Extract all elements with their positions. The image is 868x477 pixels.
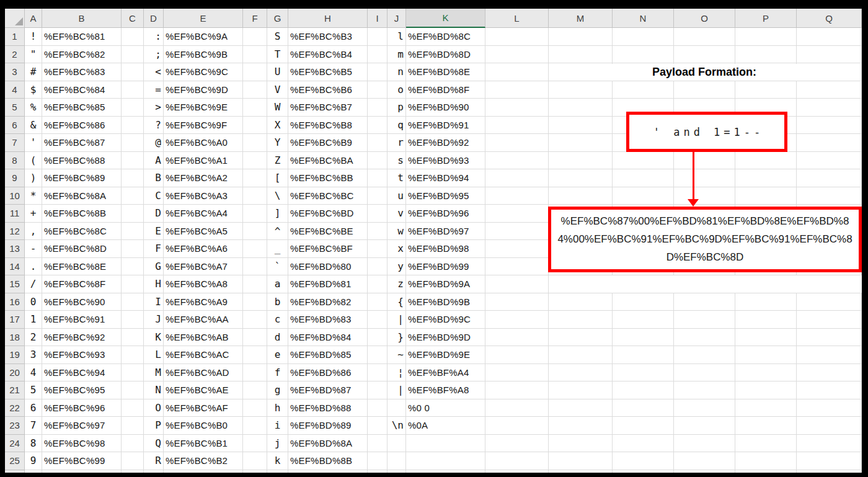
cell-n1[interactable] xyxy=(613,28,674,46)
cell-m16[interactable] xyxy=(549,293,613,311)
cell-a7[interactable]: ' xyxy=(25,134,42,152)
cell-a22[interactable]: 6 xyxy=(25,399,42,417)
cell-k22[interactable]: %0 0 xyxy=(406,399,485,417)
row-header-7[interactable]: 7 xyxy=(5,134,25,152)
cell-g5[interactable]: W xyxy=(267,99,288,117)
cell-q19[interactable] xyxy=(797,346,862,364)
cell-m1[interactable] xyxy=(549,28,613,46)
cell-m22[interactable] xyxy=(549,399,613,417)
cell-q3[interactable] xyxy=(797,63,862,81)
cell-o2[interactable] xyxy=(674,46,735,64)
cell-h13[interactable]: %EF%BC%BF xyxy=(288,240,368,258)
cell-k24[interactable] xyxy=(406,435,485,453)
cell-j8[interactable]: s xyxy=(388,152,406,170)
cell-k25[interactable] xyxy=(406,452,485,470)
cell-i22[interactable] xyxy=(368,399,388,417)
cell-f23[interactable] xyxy=(243,417,267,435)
cell-n7[interactable] xyxy=(613,134,674,152)
cell-a23[interactable]: 7 xyxy=(25,417,42,435)
cell-d26[interactable] xyxy=(144,470,164,473)
cell-n15[interactable] xyxy=(613,275,674,293)
cell-n12[interactable] xyxy=(613,223,674,241)
row-header-24[interactable]: 24 xyxy=(5,435,25,453)
cell-p1[interactable] xyxy=(735,28,797,46)
cell-m10[interactable] xyxy=(549,187,613,205)
cell-l7[interactable] xyxy=(485,134,549,152)
cell-p8[interactable] xyxy=(735,152,797,170)
cell-q22[interactable] xyxy=(797,399,862,417)
cell-n3[interactable] xyxy=(613,63,674,81)
cell-c24[interactable] xyxy=(122,435,144,453)
row-header-10[interactable]: 10 xyxy=(5,187,25,205)
cell-m8[interactable] xyxy=(549,152,613,170)
cell-e1[interactable]: %EF%BC%9A xyxy=(164,28,243,46)
row-header-18[interactable]: 18 xyxy=(5,329,25,347)
cell-d14[interactable]: G xyxy=(144,258,164,276)
cell-f13[interactable] xyxy=(243,240,267,258)
cell-o12[interactable] xyxy=(674,223,735,241)
cell-m24[interactable] xyxy=(549,435,613,453)
cell-a16[interactable]: 0 xyxy=(25,293,42,311)
cell-l1[interactable] xyxy=(485,28,549,46)
cell-o21[interactable] xyxy=(674,381,735,399)
cell-p26[interactable] xyxy=(735,470,797,473)
cell-g8[interactable]: Z xyxy=(267,152,288,170)
column-header-m[interactable]: M xyxy=(549,9,613,28)
cell-l16[interactable] xyxy=(485,293,549,311)
cell-q14[interactable] xyxy=(797,258,862,276)
column-header-h[interactable]: H xyxy=(288,9,368,28)
cell-f9[interactable] xyxy=(243,169,267,187)
cell-a21[interactable]: 5 xyxy=(25,381,42,399)
cell-q23[interactable] xyxy=(797,417,862,435)
cell-k10[interactable]: %EF%BD%95 xyxy=(406,187,485,205)
cell-o13[interactable] xyxy=(674,240,735,258)
cell-q7[interactable] xyxy=(797,134,862,152)
cell-n21[interactable] xyxy=(613,381,674,399)
cell-k19[interactable]: %EF%BD%9E xyxy=(406,346,485,364)
cell-c2[interactable] xyxy=(122,46,144,64)
cell-c16[interactable] xyxy=(122,293,144,311)
cell-e2[interactable]: %EF%BC%9B xyxy=(164,46,243,64)
column-header-c[interactable]: C xyxy=(122,9,144,28)
cell-q2[interactable] xyxy=(797,46,862,64)
cell-l13[interactable] xyxy=(485,240,549,258)
cell-h26[interactable] xyxy=(288,470,368,473)
cell-j21[interactable]: | xyxy=(388,381,406,399)
cell-e18[interactable]: %EF%BC%AB xyxy=(164,329,243,347)
cell-c10[interactable] xyxy=(122,187,144,205)
cell-l8[interactable] xyxy=(485,152,549,170)
cell-d18[interactable]: K xyxy=(144,329,164,347)
cell-o7[interactable] xyxy=(674,134,735,152)
row-header-1[interactable]: 1 xyxy=(5,28,25,46)
cell-q11[interactable] xyxy=(797,205,862,223)
cell-o16[interactable] xyxy=(674,293,735,311)
cell-g4[interactable]: V xyxy=(267,81,288,99)
cell-p7[interactable] xyxy=(735,134,797,152)
cell-i12[interactable] xyxy=(368,223,388,241)
cell-q8[interactable] xyxy=(797,152,862,170)
cell-l3[interactable] xyxy=(485,63,549,81)
cell-l22[interactable] xyxy=(485,399,549,417)
cell-q5[interactable] xyxy=(797,99,862,117)
cell-m21[interactable] xyxy=(549,381,613,399)
cell-d17[interactable]: J xyxy=(144,311,164,329)
cell-a8[interactable]: ( xyxy=(25,152,42,170)
cell-c3[interactable] xyxy=(122,63,144,81)
cell-g2[interactable]: T xyxy=(267,46,288,64)
cell-b25[interactable]: %EF%BC%99 xyxy=(42,452,122,470)
cell-e19[interactable]: %EF%BC%AC xyxy=(164,346,243,364)
cell-l6[interactable] xyxy=(485,117,549,135)
cell-e22[interactable]: %EF%BC%AF xyxy=(164,399,243,417)
cell-p2[interactable] xyxy=(735,46,797,64)
cell-c17[interactable] xyxy=(122,311,144,329)
cell-h22[interactable]: %EF%BD%88 xyxy=(288,399,368,417)
cell-k13[interactable]: %EF%BD%98 xyxy=(406,240,485,258)
cell-d21[interactable]: N xyxy=(144,381,164,399)
column-header-o[interactable]: O xyxy=(674,9,735,28)
cell-g20[interactable]: f xyxy=(267,364,288,382)
cell-o22[interactable] xyxy=(674,399,735,417)
cell-g6[interactable]: X xyxy=(267,117,288,135)
cell-k2[interactable]: %EF%BD%8D xyxy=(406,46,485,64)
cell-p21[interactable] xyxy=(735,381,797,399)
cell-b14[interactable]: %EF%BC%8E xyxy=(42,258,122,276)
